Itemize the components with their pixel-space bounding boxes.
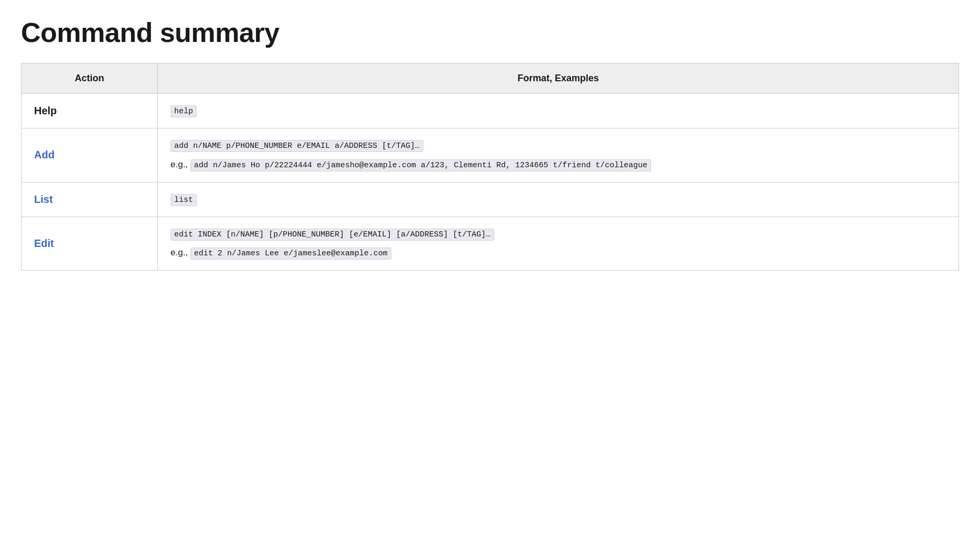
page-title: Command summary [21, 17, 959, 48]
action-cell-add: Add [22, 128, 158, 182]
format-cell-help: help [158, 94, 959, 128]
format-cell-edit: edit INDEX [n/NAME] [p/PHONE_NUMBER] [e/… [158, 217, 959, 271]
table-row: Helphelp [22, 94, 959, 128]
code-snippet: help [171, 105, 197, 117]
code-snippet: edit 2 n/James Lee e/jameslee@example.co… [190, 247, 391, 260]
action-cell-help: Help [22, 94, 158, 128]
format-line: edit INDEX [n/NAME] [p/PHONE_NUMBER] [e/… [171, 227, 946, 242]
table-row: Addadd n/NAME p/PHONE_NUMBER e/EMAIL a/A… [22, 128, 959, 182]
format-column-header: Format, Examples [158, 63, 959, 94]
format-line: list [171, 192, 946, 207]
code-snippet: add n/NAME p/PHONE_NUMBER e/EMAIL a/ADDR… [171, 140, 423, 152]
action-cell-edit: Edit [22, 217, 158, 271]
action-cell-list: List [22, 182, 158, 217]
format-cell-list: list [158, 182, 959, 217]
format-line: help [171, 103, 946, 118]
format-line: e.g., add n/James Ho p/22224444 e/jamesh… [171, 157, 946, 173]
table-row: Editedit INDEX [n/NAME] [p/PHONE_NUMBER]… [22, 217, 959, 271]
table-header-row: Action Format, Examples [22, 63, 959, 94]
command-summary-table: Action Format, Examples HelphelpAddadd n… [21, 63, 959, 271]
format-line: e.g., edit 2 n/James Lee e/jameslee@exam… [171, 245, 946, 261]
action-column-header: Action [22, 63, 158, 94]
table-row: Listlist [22, 182, 959, 217]
format-line: add n/NAME p/PHONE_NUMBER e/EMAIL a/ADDR… [171, 138, 946, 153]
code-snippet: add n/James Ho p/22224444 e/jamesho@exam… [190, 159, 651, 171]
code-snippet: edit INDEX [n/NAME] [p/PHONE_NUMBER] [e/… [171, 229, 494, 241]
code-snippet: list [171, 194, 197, 206]
format-cell-add: add n/NAME p/PHONE_NUMBER e/EMAIL a/ADDR… [158, 128, 959, 182]
